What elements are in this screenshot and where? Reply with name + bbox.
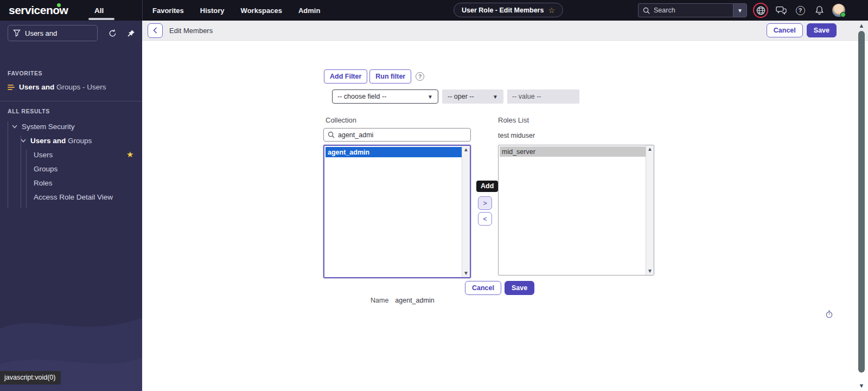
add-tooltip: Add: [476, 181, 498, 192]
main-scrollbar[interactable]: ▲ ▼: [856, 22, 867, 390]
response-time-clock-icon[interactable]: [825, 310, 833, 318]
add-filter-button[interactable]: Add Filter: [324, 69, 367, 84]
collection-list-item[interactable]: agent_admin: [326, 147, 469, 157]
tree-item-users[interactable]: Users: [34, 148, 53, 162]
pin-icon[interactable]: [124, 26, 138, 40]
tree-item-roles[interactable]: Roles: [34, 176, 53, 190]
favorite-item-users-and-groups-users[interactable]: Users and Groups - Users: [8, 83, 106, 91]
roles-list-subtitle: test miduser: [498, 132, 535, 139]
scroll-down-icon[interactable]: ▼: [859, 382, 865, 390]
caret-down-icon: ▼: [427, 94, 433, 100]
servicenow-logo: servicenow: [9, 4, 68, 17]
back-chevron-icon: [153, 27, 157, 34]
operator-select[interactable]: -- oper --▼: [442, 89, 503, 104]
collection-listbox[interactable]: agent_admin ▲ ▼: [323, 145, 471, 278]
move-left-button[interactable]: <: [478, 212, 492, 226]
name-field-row: Nameagent_admin: [371, 297, 435, 304]
sidebar: FAVORITES Users and Groups - Users ALL R…: [0, 21, 142, 391]
filter-help-icon[interactable]: ?: [416, 72, 424, 81]
search-scope-dropdown[interactable]: ▼: [733, 3, 747, 17]
search-icon: [328, 131, 335, 138]
annotation-red-ring: [753, 3, 768, 18]
global-search: ▼: [638, 3, 747, 17]
roles-list-item[interactable]: mid_server: [500, 146, 653, 157]
collection-label: Collection: [326, 116, 356, 124]
search-icon: [643, 7, 650, 14]
back-button[interactable]: [148, 23, 163, 38]
scroll-up-icon[interactable]: ▲: [647, 146, 653, 152]
page-title: Edit Members: [169, 27, 213, 35]
collection-listbox-scrollbar[interactable]: ▲ ▼: [462, 146, 470, 277]
page-header-bar: Edit Members Cancel Save: [142, 21, 868, 41]
name-value: agent_admin: [395, 297, 434, 304]
link-status-tooltip: javascript:void(0): [0, 371, 61, 384]
global-search-box[interactable]: [638, 3, 733, 17]
list-icon: [8, 85, 15, 90]
nav-favorites[interactable]: Favorites: [152, 7, 184, 15]
filter-funnel-icon: [13, 29, 21, 37]
app-window: servicenow All Favorites History Workspa…: [0, 0, 868, 391]
refresh-icon[interactable]: [105, 26, 119, 40]
collection-search-input[interactable]: [338, 131, 452, 139]
notifications-bell-icon[interactable]: [813, 4, 825, 16]
scroll-down-icon[interactable]: ▼: [463, 271, 469, 276]
nav-admin[interactable]: Admin: [298, 7, 320, 15]
chevron-down-icon: [12, 125, 17, 129]
navigation-filter[interactable]: [8, 25, 98, 41]
scroll-up-icon[interactable]: ▲: [859, 22, 865, 30]
move-right-button[interactable]: >: [478, 196, 492, 210]
slush-save-button[interactable]: Save: [505, 281, 534, 295]
header-save-button[interactable]: Save: [807, 23, 837, 37]
choose-field-select[interactable]: -- choose field --▼: [332, 89, 438, 104]
slush-cancel-button[interactable]: Cancel: [465, 281, 501, 295]
topbar-icon-group: ?: [753, 0, 845, 21]
roles-list-label: Roles List: [498, 116, 529, 124]
collection-search-box[interactable]: [323, 128, 471, 142]
slushbucket-actions: Cancel Save: [465, 281, 534, 295]
scrollbar-thumb[interactable]: [858, 31, 865, 373]
top-bar: servicenow All Favorites History Workspa…: [0, 0, 868, 21]
top-navigation: Favorites History Workspaces Admin: [152, 0, 320, 21]
all-tab-underline: [88, 18, 114, 20]
scroll-up-icon[interactable]: ▲: [463, 147, 469, 152]
header-cancel-button[interactable]: Cancel: [767, 23, 803, 37]
filter-condition-row: -- choose field --▼ -- oper --▼: [332, 89, 579, 104]
user-avatar[interactable]: [832, 4, 845, 17]
tree-item-access-role-detail-view[interactable]: Access Role Detail View: [34, 190, 113, 204]
all-results-section-label: ALL RESULTS: [8, 108, 50, 114]
nav-history[interactable]: History: [200, 7, 225, 15]
scrollbar-track[interactable]: [858, 30, 865, 382]
favorite-item-label: Users and Groups - Users: [19, 83, 106, 91]
nav-workspaces[interactable]: Workspaces: [241, 7, 282, 15]
topbar-separator: [142, 0, 143, 21]
roles-listbox-scrollbar[interactable]: ▲ ▼: [646, 145, 654, 275]
sidebar-divider: [0, 101, 142, 101]
current-page-pill[interactable]: User Role - Edit Members ☆: [454, 3, 563, 17]
filter-button-row: Add Filter Run filter ?: [324, 69, 424, 84]
logo-green-dot-icon: o: [53, 4, 59, 16]
name-label: Name: [371, 297, 388, 304]
global-search-input[interactable]: [654, 7, 719, 14]
conversations-icon[interactable]: [775, 4, 787, 16]
help-icon[interactable]: ?: [794, 4, 806, 16]
main-content: Edit Members Cancel Save Add Filter Run …: [142, 21, 868, 391]
current-page-label: User Role - Edit Members: [462, 7, 544, 14]
users-favorite-star-icon[interactable]: ★: [126, 150, 133, 159]
run-filter-button[interactable]: Run filter: [369, 69, 411, 84]
caret-down-icon: ▼: [493, 94, 498, 100]
tree-item-users-and-groups[interactable]: Users and Groups: [21, 133, 92, 148]
scroll-down-icon[interactable]: ▼: [647, 268, 653, 274]
filter-value-input[interactable]: [507, 89, 579, 104]
favorites-section-label: FAVORITES: [8, 70, 42, 76]
roles-listbox[interactable]: mid_server ▲ ▼: [498, 145, 654, 275]
favorite-star-outline-icon[interactable]: ☆: [548, 6, 555, 15]
tree-item-groups[interactable]: Groups: [34, 162, 58, 176]
globe-icon[interactable]: [755, 4, 767, 16]
navigation-filter-input[interactable]: [25, 29, 85, 37]
tree-item-system-security[interactable]: System Security: [12, 119, 75, 133]
chevron-down-icon: [21, 139, 26, 143]
